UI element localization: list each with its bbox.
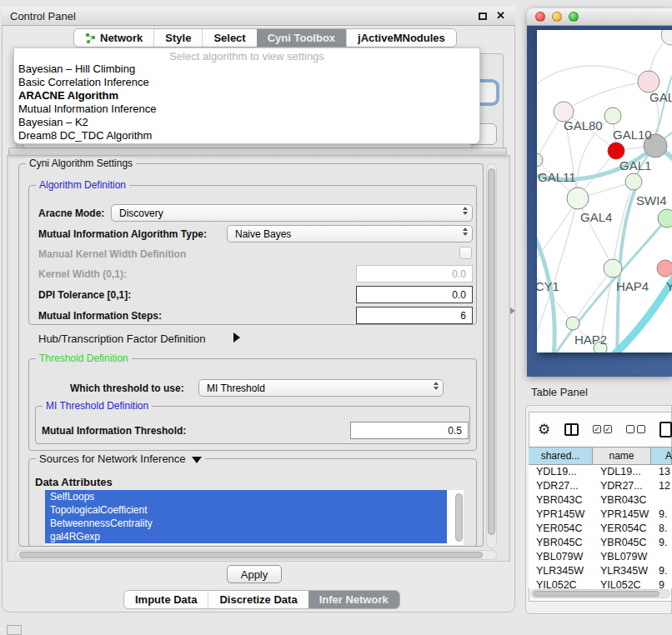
table-row[interactable]: YBL079WYBL079W	[529, 550, 672, 564]
dpi-tolerance-field[interactable]: 0.0	[356, 286, 473, 303]
kernel-width-field[interactable]: 0.0	[356, 265, 473, 282]
control-panel-titlebar[interactable]: Control Panel ✕	[2, 7, 515, 26]
hub-definition-label: Hub/Transcription Factor Definition	[38, 332, 205, 345]
table-body[interactable]: YDL19...YDL19...13 YDR27...YDR27...12 YB…	[529, 465, 672, 588]
collapse-arrow-icon[interactable]	[192, 457, 202, 463]
tab-select[interactable]: Select	[202, 29, 256, 47]
aracne-mode-combo[interactable]: Discovery	[111, 204, 473, 222]
apply-button[interactable]: Apply	[227, 565, 282, 583]
menu-item-bayesian-hill-climbing[interactable]: Bayesian – Hill Climbing	[14, 62, 479, 76]
column-header-clipped[interactable]: A	[651, 447, 672, 465]
data-attributes-list[interactable]: SelfLoops TopologicalCoefficient Between…	[45, 490, 464, 545]
network-icon	[85, 32, 96, 43]
hide-columns-icon[interactable]	[626, 425, 645, 433]
split-pane-arrow-icon[interactable]	[510, 308, 515, 314]
list-item[interactable]: TopologicalCoefficient	[45, 503, 447, 517]
settings-horizontal-scrollbar[interactable]	[15, 550, 497, 560]
manual-kernel-label: Manual Kernel Width Definition	[38, 248, 186, 260]
table-row[interactable]: YPR145WYPR145W9.	[529, 508, 672, 522]
table-row[interactable]: YLR345WYLR345W9.	[529, 564, 672, 578]
which-threshold-label: Which threshold to use:	[70, 382, 184, 394]
tab-style[interactable]: Style	[153, 29, 202, 47]
column-header-name[interactable]: name	[593, 447, 651, 465]
node-label: HAP2	[574, 332, 607, 347]
menu-item-mutual-information[interactable]: Mutual Information Inference	[14, 102, 479, 116]
settings-vertical-scrollbar[interactable]	[486, 163, 497, 548]
algorithm-dropdown-popup: Select algorithm to view settings Bayesi…	[13, 48, 480, 144]
node-label: GAL1	[619, 158, 651, 172]
column-header-shared[interactable]: shared...	[529, 447, 593, 465]
float-window-icon[interactable]	[479, 12, 487, 20]
gear-icon[interactable]: ⚙	[538, 422, 550, 437]
menu-item-bayesian-k2[interactable]: Bayesian – K2	[14, 116, 479, 129]
scrollbar-thumb[interactable]	[533, 591, 659, 597]
mi-type-combo[interactable]: Naive Bayes	[227, 225, 473, 242]
mi-steps-field[interactable]: 6	[356, 307, 473, 324]
docked-panel-icon[interactable]	[7, 625, 22, 635]
collapsed-divider[interactable]	[8, 148, 507, 156]
stepper-icon	[463, 228, 468, 236]
network-canvas[interactable]: GAL GAL80 GAL10 GAL1 GAL11 SWI4 GAL4 GCY…	[537, 30, 672, 352]
menu-item-basic-correlation[interactable]: Basic Correlation Inference	[14, 76, 479, 89]
manual-kernel-checkbox[interactable]	[459, 247, 472, 259]
show-columns-icon[interactable]: ✓✓	[593, 425, 612, 433]
node-pink[interactable]	[657, 260, 672, 277]
table-row[interactable]: YDR27...YDR27...12	[529, 479, 672, 493]
table-panel-title: Table Panel	[531, 386, 588, 398]
mi-steps-label: Mutual Information Steps:	[38, 310, 162, 322]
table-row[interactable]: YIL052CYIL052C9	[529, 578, 672, 588]
node-label: Y	[666, 279, 672, 293]
tab-impute-data[interactable]: Impute Data	[124, 591, 208, 608]
menu-item-dream8[interactable]: Dream8 DC_TDC Algorithm	[14, 129, 479, 142]
node-label: GCY1	[537, 279, 559, 293]
node-gal10[interactable]	[604, 108, 621, 124]
list-scrollbar[interactable]	[455, 493, 463, 542]
node-hap4[interactable]	[604, 259, 622, 278]
network-window-titlebar[interactable]	[527, 8, 672, 26]
zoom-traffic-light[interactable]	[569, 12, 579, 22]
table-row[interactable]: YBR043CYBR043C	[529, 493, 672, 508]
tab-jactivemnodules[interactable]: jActiveMNodules	[346, 29, 456, 47]
node-gal11[interactable]	[537, 153, 543, 167]
scrollbar-thumb[interactable]	[19, 552, 483, 558]
node-label: GAL	[649, 90, 672, 104]
cyni-settings-group-title: Cyni Algorithm Settings	[26, 158, 136, 169]
new-table-icon[interactable]	[659, 422, 672, 438]
tab-infer-network[interactable]: Infer Network	[308, 591, 399, 608]
node[interactable]	[661, 30, 672, 45]
menu-item-aracne[interactable]: ARACNE Algorithm	[14, 89, 479, 102]
tab-cyni-toolbox[interactable]: Cyni Toolbox	[257, 29, 346, 47]
sources-group-title: Sources for Network Inference	[36, 452, 205, 465]
list-item[interactable]: BetweennessCentrality	[45, 517, 447, 530]
stepper-icon	[434, 382, 439, 390]
mi-threshold-label: Mutual Information Threshold:	[42, 425, 186, 437]
list-item[interactable]: gal4RGexp	[45, 530, 447, 543]
node-label: SWI4	[636, 193, 667, 208]
mi-threshold-field[interactable]: 0.5	[350, 422, 469, 439]
table-row[interactable]: YDL19...YDL19...13	[529, 465, 672, 479]
table-row[interactable]: YER054CYER054C8.	[529, 522, 672, 536]
node-hap2[interactable]	[566, 317, 579, 330]
minimize-traffic-light[interactable]	[552, 12, 562, 22]
column-layout-icon[interactable]	[564, 423, 579, 436]
tab-network[interactable]: Network	[74, 29, 153, 47]
aracne-mode-label: Aracne Mode:	[38, 208, 104, 219]
node-selected-red[interactable]	[608, 142, 624, 159]
kernel-width-label: Kernel Width (0,1):	[38, 268, 127, 280]
node-gal1[interactable]	[625, 173, 642, 190]
control-panel-tabs: Network Style Select Cyni Toolbox jActiv…	[73, 28, 457, 48]
table-toolbar: ⚙ ✓✓	[529, 412, 672, 447]
which-threshold-combo[interactable]: MI Threshold	[198, 379, 444, 397]
expand-arrow-icon[interactable]	[233, 332, 240, 342]
node-gal4[interactable]	[567, 188, 589, 209]
close-icon[interactable]: ✕	[496, 9, 505, 22]
node-swi4[interactable]	[658, 209, 672, 228]
threshold-definition-title: Threshold Definition	[36, 352, 132, 364]
table-horizontal-scrollbar[interactable]	[530, 589, 670, 598]
table-row[interactable]: YBR045CYBR045C9.	[529, 536, 672, 550]
close-traffic-light[interactable]	[535, 12, 545, 22]
tab-discretize-data[interactable]: Discretize Data	[208, 591, 308, 608]
network-view-window: GAL GAL80 GAL10 GAL1 GAL11 SWI4 GAL4 GCY…	[527, 8, 672, 377]
scrollbar-thumb[interactable]	[488, 168, 495, 535]
list-item[interactable]: SelfLoops	[45, 490, 447, 503]
